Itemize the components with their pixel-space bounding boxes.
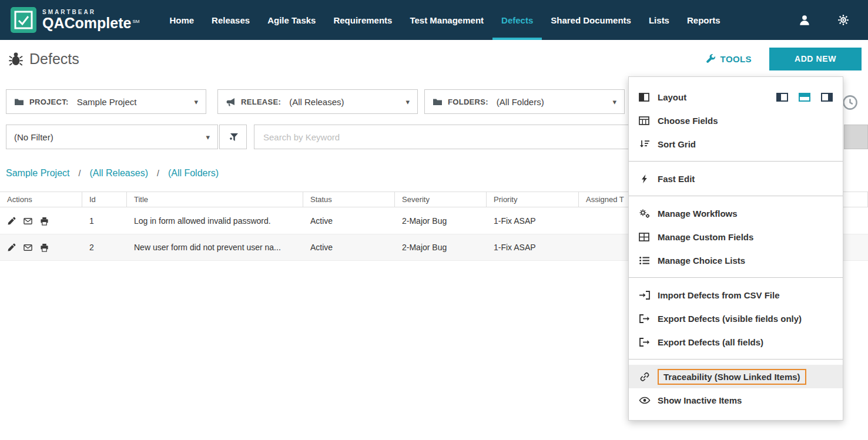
- add-filter-button[interactable]: [219, 125, 247, 149]
- menu-divider: [629, 161, 843, 162]
- menu-item-fast-edit[interactable]: Fast Edit: [629, 167, 843, 190]
- edit-icon[interactable]: [7, 243, 16, 252]
- breadcrumb-project-link[interactable]: Sample Project: [6, 168, 70, 179]
- brand[interactable]: SMARTBEAR QACompleteSM: [11, 0, 139, 40]
- nav-item-shared-documents[interactable]: Shared Documents: [542, 0, 640, 40]
- layout-right-icon[interactable]: [821, 93, 833, 102]
- menu-item-traceability[interactable]: Traceability (Show Linked Items): [629, 365, 843, 388]
- menu-item-label: Export Defects (visible fields only): [658, 314, 802, 324]
- qacomplete-logo-icon: [11, 7, 36, 33]
- folders-dropdown[interactable]: FOLDERS: (All Folders) ▾: [424, 89, 625, 114]
- print-icon[interactable]: [40, 243, 49, 252]
- primary-nav: Home Releases Agile Tasks Requirements T…: [160, 0, 729, 40]
- brand-servicemark: SM: [132, 19, 139, 24]
- layout-left-icon[interactable]: [776, 93, 788, 102]
- project-value: Sample Project: [77, 97, 137, 107]
- menu-divider: [629, 359, 843, 360]
- search-input[interactable]: [254, 125, 633, 149]
- edit-icon[interactable]: [7, 217, 16, 226]
- column-header-title[interactable]: Title: [127, 192, 303, 207]
- megaphone-icon: [226, 98, 236, 106]
- cell-status: Active: [303, 216, 395, 226]
- page-title: Defects: [8, 51, 79, 68]
- release-value: (All Releases): [289, 97, 344, 107]
- export-visible-icon: [639, 314, 651, 324]
- print-icon[interactable]: [40, 217, 49, 226]
- folders-value: (All Folders): [497, 97, 544, 107]
- chevron-down-icon: ▾: [405, 98, 410, 106]
- layout-top-icon[interactable]: [799, 93, 810, 102]
- brand-product: QACompleteSM: [42, 15, 139, 31]
- sort-grid-icon: [639, 139, 651, 149]
- nav-item-lists[interactable]: Lists: [640, 0, 678, 40]
- nav-item-releases[interactable]: Releases: [203, 0, 259, 40]
- column-header-priority[interactable]: Priority: [487, 192, 579, 207]
- menu-divider: [629, 196, 843, 196]
- column-header-status[interactable]: Status: [303, 192, 395, 207]
- menu-item-layout[interactable]: Layout: [629, 85, 843, 109]
- tools-menu: Layout Choose Fields Sort Grid Fast Edit…: [628, 76, 843, 421]
- nav-item-home[interactable]: Home: [160, 0, 203, 40]
- folders-label: FOLDERS:: [448, 98, 488, 106]
- import-csv-icon: [639, 290, 651, 300]
- cell-severity: 2-Major Bug: [395, 216, 487, 226]
- release-label: RELEASE:: [241, 98, 281, 106]
- column-header-id[interactable]: Id: [82, 192, 127, 207]
- breadcrumb-folders-link[interactable]: (All Folders): [168, 168, 219, 179]
- menu-item-label: Sort Grid: [658, 139, 696, 149]
- nav-item-defects[interactable]: Defects: [492, 0, 542, 40]
- menu-item-sort-grid[interactable]: Sort Grid: [629, 132, 843, 156]
- menu-item-import-defects-csv[interactable]: Import Defects from CSV File: [629, 283, 843, 307]
- page-header: Defects TOOLS ADD NEW: [0, 40, 868, 78]
- menu-item-choose-fields[interactable]: Choose Fields: [629, 109, 843, 132]
- breadcrumb-separator: /: [79, 169, 81, 178]
- menu-item-show-inactive[interactable]: Show Inactive Items: [629, 388, 843, 412]
- qacomplete-defects-page: SMARTBEAR QACompleteSM Home Releases Agi…: [0, 0, 868, 440]
- wrench-icon: [706, 54, 716, 64]
- chevron-down-icon: ▾: [206, 133, 210, 141]
- menu-item-label: Manage Choice Lists: [658, 256, 745, 266]
- cell-priority: 1-Fix ASAP: [487, 216, 579, 226]
- breadcrumb-release-link[interactable]: (All Releases): [89, 168, 148, 179]
- manage-workflows-cogs-icon: [639, 209, 651, 219]
- saved-filter-dropdown[interactable]: (No Filter) ▾: [6, 125, 218, 149]
- menu-item-manage-workflows[interactable]: Manage Workflows: [629, 201, 843, 225]
- column-header-severity[interactable]: Severity: [395, 192, 487, 207]
- search-button-partial[interactable]: [844, 125, 868, 149]
- user-icon[interactable]: [799, 14, 810, 26]
- email-icon[interactable]: [24, 217, 32, 226]
- gear-icon[interactable]: [837, 14, 849, 26]
- tools-button[interactable]: TOOLS: [706, 54, 752, 64]
- cell-title[interactable]: Log in form allowed invalid password.: [127, 216, 303, 226]
- project-label: PROJECT:: [29, 98, 69, 106]
- column-header-actions[interactable]: Actions: [0, 192, 82, 207]
- project-dropdown[interactable]: PROJECT: Sample Project ▾: [6, 89, 206, 114]
- email-icon[interactable]: [24, 243, 32, 252]
- menu-item-manage-custom-fields[interactable]: Manage Custom Fields: [629, 225, 843, 248]
- menu-item-label: Manage Workflows: [658, 209, 738, 219]
- nav-item-reports[interactable]: Reports: [678, 0, 729, 40]
- cell-title[interactable]: New user form did not prevent user na...: [127, 243, 303, 252]
- menu-item-label: Layout: [658, 92, 686, 102]
- top-navbar: SMARTBEAR QACompleteSM Home Releases Agi…: [0, 0, 868, 40]
- menu-item-manage-choice-lists[interactable]: Manage Choice Lists: [629, 248, 843, 272]
- history-clock-icon[interactable]: [842, 95, 858, 110]
- row-actions: [0, 243, 82, 252]
- show-inactive-eye-icon: [639, 395, 651, 405]
- nav-item-test-management[interactable]: Test Management: [401, 0, 492, 40]
- folder-icon: [14, 98, 24, 106]
- add-new-button[interactable]: ADD NEW: [769, 48, 862, 70]
- menu-item-export-defects-visible[interactable]: Export Defects (visible fields only): [629, 307, 843, 330]
- menu-item-label: Show Inactive Items: [658, 395, 742, 405]
- nav-item-agile-tasks[interactable]: Agile Tasks: [259, 0, 324, 40]
- nav-item-requirements[interactable]: Requirements: [324, 0, 401, 40]
- release-dropdown[interactable]: RELEASE: (All Releases) ▾: [217, 89, 418, 114]
- menu-item-label: Manage Custom Fields: [658, 232, 753, 242]
- funnel-plus-icon: [227, 132, 239, 142]
- menu-item-export-defects-all[interactable]: Export Defects (all fields): [629, 330, 843, 354]
- layout-columns-icon: [639, 92, 651, 102]
- chevron-down-icon: ▾: [612, 98, 616, 106]
- traceability-link-icon: [639, 372, 651, 382]
- bug-icon: [8, 51, 24, 66]
- row-actions: [0, 217, 82, 226]
